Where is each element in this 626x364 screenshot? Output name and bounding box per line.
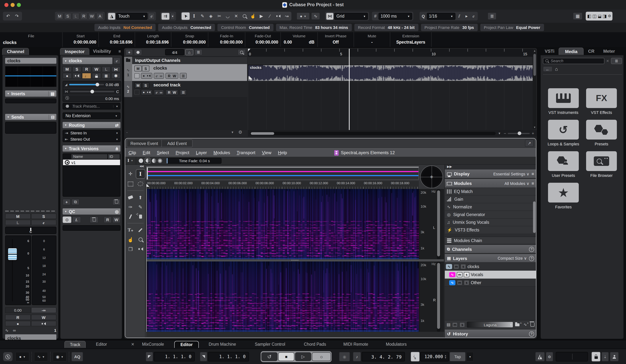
fade-shape-smooth[interactable] bbox=[158, 158, 162, 163]
lower-zone-toggle-icon[interactable]: ◫ bbox=[592, 14, 597, 18]
zoom-slider[interactable] bbox=[508, 133, 530, 134]
channel-pan-control[interactable]: C bbox=[5, 227, 56, 234]
quantize-preset-select[interactable]: 1/16▼ bbox=[427, 13, 455, 20]
tile-user-presets[interactable] bbox=[548, 151, 579, 171]
track-versions-header[interactable]: ▼Track Versions⋔ bbox=[63, 145, 120, 152]
channel-tab[interactable]: Channel bbox=[2, 48, 29, 55]
cursor-options-arrow[interactable]: ▼ bbox=[131, 159, 133, 162]
spray-tool[interactable] bbox=[136, 212, 145, 221]
track-mute-button[interactable]: M bbox=[63, 66, 72, 72]
modules-menu-icon[interactable]: ≡ bbox=[532, 181, 534, 186]
cycle-button[interactable]: ↻ bbox=[261, 352, 277, 361]
right-zone-toggle-icon[interactable]: ◨ bbox=[603, 14, 607, 18]
sync-lock-button[interactable] bbox=[591, 352, 600, 362]
brush-selection-tool[interactable] bbox=[136, 179, 145, 188]
edit-channel-icon[interactable]: e bbox=[156, 74, 157, 78]
picker-tool[interactable] bbox=[136, 226, 145, 234]
module-normalize[interactable]: ∿Normalize bbox=[445, 203, 536, 211]
inspector-menu-icon[interactable]: ≡ bbox=[118, 49, 122, 53]
media-back-button[interactable]: ← bbox=[543, 66, 552, 72]
lower-tab-chord-pads[interactable]: Chord Pads bbox=[304, 342, 326, 346]
compact-layers-icon[interactable]: ▤ bbox=[447, 322, 450, 327]
add-track-button[interactable]: + bbox=[125, 49, 133, 55]
record-enable-icon[interactable]: ● bbox=[143, 90, 145, 94]
track-row-clocks[interactable]: ∿1 M S clocks ● e∞ RW ≣ bbox=[124, 64, 247, 81]
status-audio-outputs[interactable]: Audio OutputsConnected bbox=[158, 24, 215, 31]
midi-record-mode-select[interactable]: ◉▼ bbox=[53, 352, 67, 362]
erase-tool[interactable]: ◈ bbox=[207, 12, 215, 20]
volume-slider[interactable] bbox=[69, 84, 104, 85]
channel-solo-button[interactable]: S bbox=[31, 213, 56, 219]
tile-presets[interactable] bbox=[586, 120, 617, 140]
transform-tool[interactable]: ✛ bbox=[126, 169, 135, 178]
track-name-header[interactable]: ▼clocks bbox=[63, 57, 112, 64]
mute-all-button[interactable]: M bbox=[56, 13, 63, 20]
menu-clip[interactable]: Clip bbox=[125, 150, 139, 155]
setup-window-layout-icon[interactable]: ⚙ bbox=[608, 14, 611, 18]
channels-section-header[interactable]: ⧉Channels? bbox=[445, 245, 536, 253]
track-list-filter-icon[interactable]: ≣ bbox=[195, 49, 202, 55]
tempo-track-toggle-button[interactable]: ♩⇅ bbox=[411, 352, 420, 362]
musical-timebase-icon[interactable]: ♩ bbox=[82, 73, 91, 79]
zoom-out-icon[interactable]: − bbox=[504, 131, 506, 135]
qc-power-button[interactable]: ⊙ bbox=[63, 216, 71, 223]
suspend-automation-button[interactable]: A bbox=[96, 13, 104, 20]
hand-tool[interactable]: ☝ bbox=[249, 12, 257, 20]
write-automation-icon[interactable]: W bbox=[173, 74, 176, 78]
spectrogram-left-channel[interactable] bbox=[146, 189, 419, 259]
time-warp-tool[interactable]: ▶ bbox=[257, 12, 265, 20]
qc-slot[interactable] bbox=[63, 225, 120, 231]
show-lanes-icon[interactable]: ≣ bbox=[102, 73, 111, 79]
event-fade-handle[interactable] bbox=[249, 76, 253, 80]
pan-slider-row[interactable]: ⋈ C bbox=[63, 88, 121, 95]
tile-loops-samples[interactable]: ↻ bbox=[548, 120, 579, 140]
layer-mute-button[interactable]: m bbox=[457, 272, 462, 277]
layers-section-header[interactable]: ▤LayersCompact Size ∨? bbox=[445, 254, 536, 263]
status-frame-rate[interactable]: Project Frame Rate30 fps bbox=[421, 24, 477, 31]
qc-learn-button[interactable]: L bbox=[72, 216, 81, 223]
lower-tab-midi-remote[interactable]: MIDI Remote bbox=[343, 342, 368, 346]
module-unmix-song-vocals[interactable]: ♫Unmix Song Vocals bbox=[445, 219, 536, 226]
automation-mode-icon[interactable]: ◮ bbox=[108, 13, 115, 20]
write-automation-icon[interactable]: W bbox=[173, 90, 176, 94]
record-button[interactable]: ○ bbox=[312, 352, 331, 361]
monitor-icon[interactable] bbox=[72, 73, 81, 79]
redo-icon[interactable]: ↷ bbox=[13, 13, 21, 20]
menu-layer[interactable]: Layer bbox=[193, 150, 210, 155]
metronome-setup-icon[interactable]: ⚙ bbox=[546, 352, 553, 362]
rectangle-selection-tool[interactable] bbox=[126, 179, 135, 188]
sync-display-field[interactable] bbox=[556, 352, 588, 362]
layers-help-icon[interactable]: ? bbox=[529, 256, 534, 261]
info-fadeout-value[interactable]: 0:00:00.000 bbox=[245, 38, 280, 44]
split-tool[interactable]: ✂ bbox=[215, 12, 223, 20]
master-solo-button[interactable]: s bbox=[460, 322, 465, 327]
automation-mode-select[interactable]: Touch▼ bbox=[116, 13, 148, 20]
audio-quantize-button[interactable]: AQ bbox=[71, 352, 83, 362]
modules-section-header[interactable]: ModulesAll Modules ∨≡ bbox=[445, 179, 536, 188]
clone-stamp-tool[interactable]: ✑ bbox=[126, 202, 135, 211]
sl-overview-strip[interactable] bbox=[146, 167, 419, 180]
timeline-ruler[interactable]: 0 5 10 15 bbox=[248, 49, 533, 57]
status-control-room[interactable]: Control RoomConnected bbox=[217, 24, 273, 31]
display-menu-icon[interactable]: ≡ bbox=[532, 171, 534, 176]
master-mute-button[interactable]: m bbox=[452, 322, 458, 327]
zoom-tool[interactable] bbox=[136, 235, 145, 244]
event-display[interactable]: clocks bbox=[248, 57, 533, 130]
zoom-in-icon[interactable]: + bbox=[532, 131, 534, 135]
delete-version-button[interactable] bbox=[112, 199, 120, 205]
pan-slider[interactable] bbox=[70, 91, 115, 92]
info-volume-value[interactable]: 0.00 bbox=[284, 40, 292, 44]
amplify-tool[interactable]: ⬆ bbox=[136, 193, 145, 202]
layer-row-other[interactable]: ∿ m s Other bbox=[445, 279, 536, 287]
playback-tool[interactable] bbox=[136, 245, 145, 253]
version-active-radio[interactable] bbox=[65, 160, 70, 165]
layer-mute-button[interactable]: m bbox=[454, 264, 459, 269]
read-automation-icon[interactable]: R bbox=[168, 90, 170, 94]
minimize-window-button[interactable] bbox=[11, 3, 15, 7]
info-file-value[interactable]: clocks bbox=[0, 38, 62, 45]
close-window-button[interactable] bbox=[4, 3, 8, 7]
track-preset-button[interactable] bbox=[134, 49, 142, 55]
undo-icon[interactable]: ↶ bbox=[4, 13, 12, 20]
write-all-button[interactable]: W bbox=[88, 13, 96, 20]
info-extension-value[interactable]: SpectraLayers bbox=[390, 38, 431, 44]
